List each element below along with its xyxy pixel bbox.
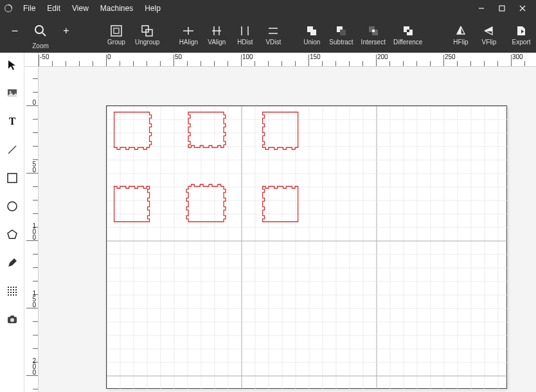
svg-rect-40 <box>10 289 12 290</box>
tool-camera[interactable] <box>4 311 21 328</box>
svg-line-6 <box>42 33 46 36</box>
svg-rect-41 <box>13 289 14 290</box>
svg-rect-32 <box>8 174 17 183</box>
subtract-button[interactable]: Subtract <box>329 23 353 46</box>
svg-rect-46 <box>15 292 17 293</box>
svg-point-5 <box>35 26 43 33</box>
svg-marker-34 <box>8 230 17 238</box>
svg-rect-48 <box>10 294 12 296</box>
ruler-h-label: 300 <box>512 53 523 60</box>
svg-rect-43 <box>8 292 9 293</box>
zoom-label: Zoom <box>32 42 49 49</box>
halign-button[interactable]: HAlign <box>179 23 198 46</box>
window-minimize-button[interactable] <box>472 0 491 16</box>
svg-rect-7 <box>111 26 121 36</box>
hdist-button[interactable]: HDist <box>235 23 255 46</box>
svg-rect-42 <box>15 289 17 290</box>
svg-rect-37 <box>13 287 14 288</box>
svg-text:T: T <box>8 116 15 127</box>
zoom-out-button[interactable]: − <box>5 23 24 39</box>
tool-circle[interactable] <box>4 198 21 215</box>
union-button[interactable]: Union <box>302 23 321 46</box>
svg-rect-52 <box>10 316 14 317</box>
svg-rect-35 <box>8 287 9 288</box>
menu-view[interactable]: View <box>67 2 94 15</box>
vdist-button[interactable]: VDist <box>264 23 283 46</box>
export-button[interactable]: Export <box>512 23 531 46</box>
vflip-button[interactable]: VFlip <box>479 23 499 46</box>
canvas-area[interactable] <box>39 67 536 392</box>
page[interactable] <box>106 105 507 389</box>
ruler-vertical: 050100150200 <box>24 67 39 392</box>
svg-rect-24 <box>372 30 375 32</box>
tool-line[interactable] <box>4 141 21 158</box>
ruler-h-label: 0 <box>107 53 111 60</box>
app-icon <box>4 4 13 13</box>
ruler-h-label: 150 <box>310 53 321 60</box>
menu-help[interactable]: Help <box>139 2 166 15</box>
tool-pen[interactable] <box>4 254 21 271</box>
ruler-corner <box>24 53 39 67</box>
menu-file[interactable]: File <box>18 2 40 15</box>
ruler-v-label: 0 <box>32 100 36 105</box>
tool-grid[interactable] <box>4 283 21 299</box>
difference-button[interactable]: Difference <box>393 23 422 46</box>
svg-rect-9 <box>142 26 148 32</box>
tool-text[interactable]: T <box>4 113 21 130</box>
svg-rect-38 <box>15 287 17 288</box>
menu-edit[interactable]: Edit <box>42 2 66 15</box>
window-close-button[interactable] <box>513 0 532 16</box>
zoom-search-button[interactable] <box>31 23 50 39</box>
svg-line-31 <box>8 146 16 154</box>
svg-rect-49 <box>13 294 14 296</box>
ruler-v-label: 50 <box>32 161 36 173</box>
hflip-button[interactable]: HFlip <box>451 23 470 46</box>
window-maximize-button[interactable] <box>492 0 512 16</box>
menu-machines[interactable]: Machines <box>95 2 138 15</box>
ungroup-button[interactable]: Ungroup <box>135 23 159 46</box>
svg-rect-21 <box>340 30 346 35</box>
ruler-h-label: 100 <box>242 53 253 60</box>
svg-rect-2 <box>499 6 505 11</box>
ruler-v-label: 200 <box>32 358 36 375</box>
svg-rect-45 <box>13 292 14 293</box>
svg-rect-44 <box>10 292 12 293</box>
ruler-v-label: 150 <box>32 290 36 308</box>
svg-rect-47 <box>8 294 9 296</box>
tool-select[interactable] <box>4 57 21 73</box>
ruler-h-label: 200 <box>377 53 388 60</box>
svg-rect-8 <box>114 28 119 33</box>
svg-rect-39 <box>8 289 9 290</box>
svg-rect-36 <box>10 287 12 288</box>
ruler-h-label: 250 <box>445 53 456 60</box>
tool-image[interactable] <box>4 85 21 102</box>
ruler-v-label: 100 <box>32 223 36 240</box>
ruler-h-label: 50 <box>175 53 182 60</box>
group-button[interactable]: Group <box>107 23 126 46</box>
svg-rect-27 <box>407 30 409 32</box>
svg-point-33 <box>8 202 17 211</box>
svg-point-53 <box>10 318 14 322</box>
ruler-horizontal: -50050100150200250300 <box>39 53 536 67</box>
svg-rect-50 <box>15 294 17 296</box>
zoom-in-button[interactable]: + <box>57 23 76 39</box>
tool-rectangle[interactable] <box>4 170 21 186</box>
tool-polygon[interactable] <box>4 226 21 243</box>
valign-button[interactable]: VAlign <box>207 23 226 46</box>
ruler-h-label: -50 <box>40 53 49 60</box>
svg-rect-10 <box>146 30 152 36</box>
intersect-button[interactable]: Intersect <box>361 23 386 46</box>
